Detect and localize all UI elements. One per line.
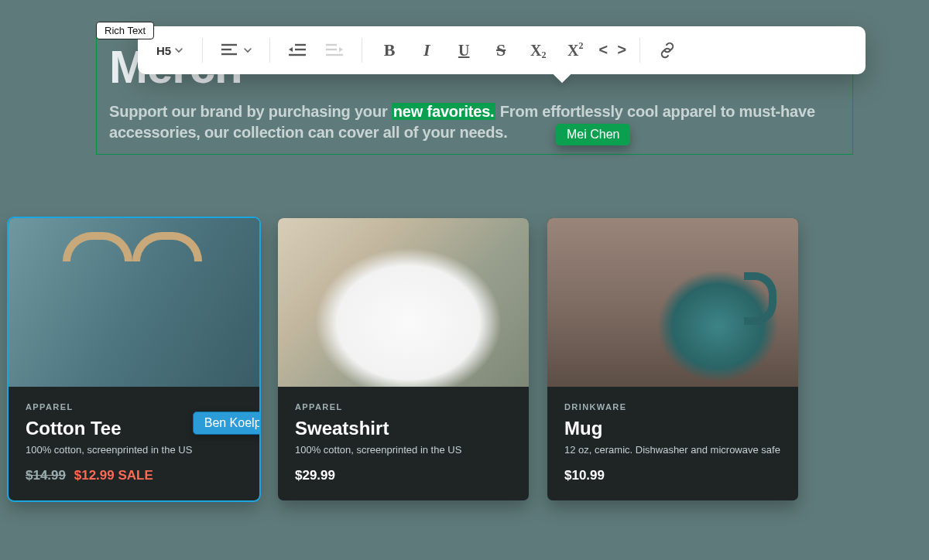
product-image <box>547 218 798 387</box>
product-description: 100% cotton, screenprinted in the US <box>26 444 242 456</box>
strikethrough-button[interactable]: S <box>485 35 517 66</box>
price-value: $10.99 <box>564 468 605 483</box>
product-card[interactable]: DRINKWARE Mug 12 oz, ceramic. Dishwasher… <box>547 218 798 500</box>
price-value: $29.99 <box>295 468 335 483</box>
svg-marker-6 <box>289 47 293 52</box>
superscript-button[interactable]: X2 <box>559 35 591 66</box>
outdent-icon <box>287 43 307 58</box>
product-card[interactable]: APPAREL Sweatshirt 100% cotton, screenpr… <box>278 218 529 500</box>
italic-button[interactable]: I <box>410 35 443 66</box>
product-price: $14.99 $12.99 SALE <box>26 468 242 483</box>
collaborator-cursor-badge: Mei Chen <box>556 124 630 145</box>
outdent-button[interactable] <box>281 35 314 66</box>
bold-button[interactable]: B <box>373 35 406 66</box>
collaborator-cursor-badge: Ben Koelpin <box>193 411 259 435</box>
link-button[interactable] <box>651 35 684 66</box>
indent-button[interactable] <box>318 35 351 66</box>
product-description: 100% cotton, screenprinted in the US <box>295 444 512 456</box>
product-price: $10.99 <box>564 468 781 483</box>
align-left-icon <box>220 43 238 58</box>
product-image <box>278 218 529 387</box>
toolbar-separator <box>639 38 640 63</box>
text-align-dropdown[interactable] <box>214 35 259 66</box>
product-category: DRINKWARE <box>564 402 781 411</box>
indent-icon <box>324 43 345 58</box>
toolbar-separator <box>269 38 270 63</box>
text-selection-highlight: new favorites. <box>392 103 496 120</box>
product-price: $29.99 <box>295 468 512 483</box>
product-category: APPAREL <box>26 402 242 411</box>
hero-subtitle: Support our brand by purchasing your new… <box>109 101 840 143</box>
price-original: $14.99 <box>26 468 66 483</box>
underline-button[interactable]: U <box>447 35 480 66</box>
price-sale: $12.99 SALE <box>74 468 153 483</box>
heading-level-label: H5 <box>156 44 171 57</box>
product-name: Mug <box>564 418 781 439</box>
product-category: APPAREL <box>295 402 512 411</box>
rich-text-toolbar: H5 <box>138 26 866 74</box>
subscript-button[interactable]: X2 <box>522 35 554 66</box>
product-image <box>9 218 259 387</box>
hero-subtitle-pre: Support our brand by purchasing your <box>109 103 392 120</box>
block-type-label: Rich Text <box>96 22 154 39</box>
link-icon <box>658 41 677 60</box>
toolbar-separator <box>202 38 203 63</box>
product-card-grid: APPAREL Cotton Tee 100% cotton, screenpr… <box>9 218 798 500</box>
svg-marker-10 <box>339 47 343 52</box>
product-name: Sweatshirt <box>295 418 512 439</box>
chevron-down-icon <box>243 46 252 55</box>
code-button[interactable]: < > <box>596 35 629 66</box>
product-card[interactable]: APPAREL Cotton Tee 100% cotton, screenpr… <box>9 218 259 500</box>
heading-dropdown[interactable]: H5 <box>149 35 191 66</box>
toolbar-separator <box>362 38 362 63</box>
product-description: 12 oz, ceramic. Dishwasher and microwave… <box>564 444 781 456</box>
chevron-down-icon <box>174 46 183 55</box>
